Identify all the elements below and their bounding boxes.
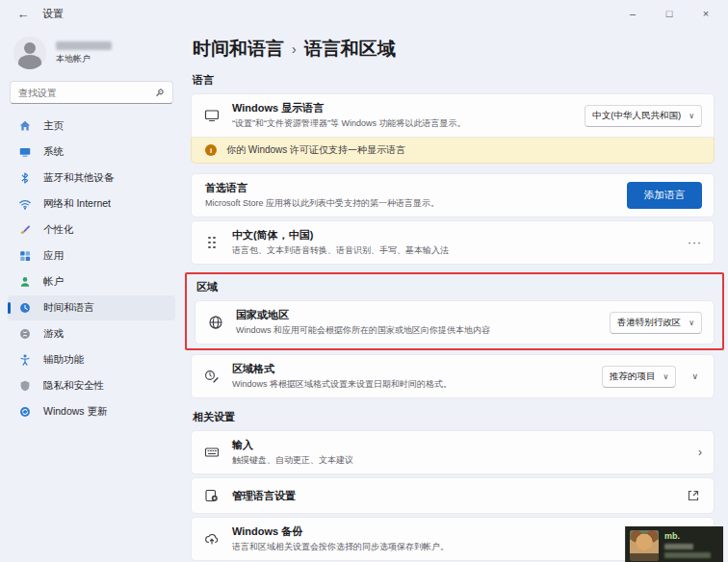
search-input[interactable] — [18, 88, 155, 98]
regional-format-subtitle: Windows 将根据区域格式设置来设置日期和时间的格式。 — [232, 378, 590, 391]
sidebar-item-label: 网络和 Internet — [43, 197, 111, 211]
regional-format-value: 推荐的项目 — [610, 370, 656, 383]
license-warning-banner: i 你的 Windows 许可证仅支持一种显示语言 — [191, 138, 715, 164]
sidebar: 本地帐户 🔍︎ 主页 系统 蓝牙和其他设备 网络和 Internet 个性化 — [0, 27, 183, 562]
sidebar-item-label: 个性化 — [43, 223, 74, 237]
minimize-button[interactable]: – — [614, 2, 651, 25]
preferred-languages-row: 首选语言 Microsoft Store 应用将以此列表中受支持的第一种语言显示… — [191, 173, 715, 217]
search-icon: 🔍︎ — [155, 88, 165, 98]
user-profile[interactable]: 本地帐户 — [8, 31, 175, 79]
chevron-right-icon: › — [698, 446, 702, 459]
display-language-value: 中文(中华人民共和国) — [592, 110, 681, 122]
sidebar-item-bluetooth[interactable]: 蓝牙和其他设备 — [8, 166, 175, 191]
language-item-title: 中文(简体，中国) — [232, 228, 676, 243]
admin-language-row[interactable]: 管理语言设置 — [191, 477, 715, 514]
windows-update-icon — [17, 405, 32, 420]
sidebar-item-label: Windows 更新 — [43, 405, 108, 419]
maximize-button[interactable]: □ — [651, 2, 688, 25]
main-content: 时间和语言 › 语言和区域 语言 Windows 显示语言 “设置”和“文件资源… — [183, 27, 728, 562]
regional-format-row: 区域格式 Windows 将根据区域格式设置来设置日期和时间的格式。 推荐的项目… — [191, 354, 715, 398]
network-icon — [17, 197, 32, 212]
windows-backup-subtitle: 语言和区域相关设置会按你选择的同步选项保存到帐户。 — [232, 541, 687, 553]
chevron-down-icon: ∨ — [689, 319, 694, 327]
regional-format-title: 区域格式 — [232, 362, 590, 376]
sidebar-item-accessibility[interactable]: 辅助功能 — [8, 347, 175, 372]
keyboard-icon — [203, 445, 221, 460]
webcam-text-redacted — [664, 544, 693, 549]
sidebar-item-label: 隐私和安全性 — [43, 379, 104, 393]
sidebar-item-time-language[interactable]: 时间和语言 — [8, 295, 175, 320]
language-item-row[interactable]: 中文(简体，中国) 语言包、文本到语音转换、语音识别、手写、基本输入法 ··· — [191, 220, 715, 265]
accounts-icon — [17, 275, 32, 290]
external-link-icon — [685, 488, 702, 503]
warning-icon: i — [205, 144, 217, 156]
display-language-subtitle: “设置”和“文件资源管理器”等 Windows 功能将以此语言显示。 — [232, 117, 573, 130]
titlebar: ← 设置 – □ × — [0, 0, 728, 27]
sidebar-item-label: 主页 — [43, 119, 64, 133]
sidebar-item-apps[interactable]: 应用 — [8, 243, 175, 268]
admin-language-icon — [203, 488, 221, 503]
expand-chevron-icon[interactable]: ∨ — [688, 371, 702, 381]
page-title: 语言和区域 — [304, 37, 396, 62]
sidebar-item-label: 时间和语言 — [43, 301, 94, 315]
user-name-redacted — [56, 41, 112, 50]
sidebar-item-label: 蓝牙和其他设备 — [43, 171, 115, 185]
license-warning-text: 你的 Windows 许可证仅支持一种显示语言 — [226, 143, 405, 157]
gaming-icon — [17, 327, 32, 342]
drag-handle-icon[interactable] — [203, 237, 221, 249]
breadcrumb-separator: › — [292, 41, 297, 57]
sidebar-item-label: 游戏 — [43, 327, 64, 341]
section-header-language: 语言 — [193, 73, 715, 88]
webcam-overlay: mb. — [625, 526, 723, 562]
bluetooth-icon — [17, 171, 32, 186]
globe-icon — [207, 315, 224, 330]
sidebar-item-windows-update[interactable]: Windows 更新 — [8, 399, 175, 424]
window-controls: – □ × — [614, 2, 724, 25]
breadcrumb-parent[interactable]: 时间和语言 — [193, 37, 284, 62]
display-language-dropdown[interactable]: 中文(中华人民共和国) ∨ — [585, 105, 702, 127]
input-settings-row[interactable]: 输入 触摸键盘、自动更正、文本建议 › — [191, 430, 715, 474]
regional-format-icon — [203, 369, 221, 384]
sidebar-item-label: 辅助功能 — [43, 353, 84, 367]
sidebar-item-label: 帐户 — [43, 275, 64, 289]
display-language-row: Windows 显示语言 “设置”和“文件资源管理器”等 Windows 功能将… — [191, 93, 715, 138]
sidebar-item-gaming[interactable]: 游戏 — [8, 321, 175, 346]
section-header-related: 相关设置 — [193, 410, 715, 424]
webcam-text-redacted — [664, 552, 711, 558]
sidebar-item-system[interactable]: 系统 — [8, 140, 175, 165]
chevron-down-icon: ∨ — [663, 372, 669, 381]
input-settings-subtitle: 触摸键盘、自动更正、文本建议 — [232, 454, 687, 467]
more-options-button[interactable]: ··· — [688, 236, 702, 249]
search-box[interactable]: 🔍︎ — [10, 81, 173, 104]
webcam-name: mb. — [664, 531, 711, 541]
admin-language-title: 管理语言设置 — [232, 489, 673, 503]
privacy-icon — [17, 379, 32, 394]
input-settings-title: 输入 — [232, 438, 687, 452]
sidebar-item-network[interactable]: 网络和 Internet — [8, 192, 175, 217]
webcam-thumbnail — [630, 530, 659, 561]
time-language-icon — [17, 301, 32, 316]
sidebar-item-accounts[interactable]: 帐户 — [8, 269, 175, 294]
language-item-subtitle: 语言包、文本到语音转换、语音识别、手写、基本输入法 — [232, 244, 676, 257]
home-icon — [17, 119, 32, 134]
display-language-title: Windows 显示语言 — [232, 101, 573, 115]
windows-backup-title: Windows 备份 — [232, 524, 687, 539]
sidebar-item-label: 应用 — [43, 249, 64, 263]
country-region-title: 国家或地区 — [236, 308, 598, 322]
country-region-dropdown[interactable]: 香港特别行政区 ∨ — [610, 312, 702, 334]
country-region-subtitle: Windows 和应用可能会根据你所在的国家或地区向你提供本地内容 — [236, 324, 598, 337]
preferred-languages-subtitle: Microsoft Store 应用将以此列表中受支持的第一种语言显示。 — [205, 197, 615, 210]
account-type-label: 本地帐户 — [56, 53, 112, 65]
back-button[interactable]: ← — [12, 4, 35, 23]
sidebar-item-personalization[interactable]: 个性化 — [8, 217, 175, 243]
country-region-value: 香港特别行政区 — [617, 317, 682, 329]
accessibility-icon — [17, 353, 32, 368]
avatar — [13, 37, 46, 69]
sidebar-item-privacy[interactable]: 隐私和安全性 — [8, 373, 175, 398]
regional-format-dropdown[interactable]: 推荐的项目 ∨ — [602, 366, 676, 388]
close-button[interactable]: × — [688, 2, 724, 25]
sidebar-item-home[interactable]: 主页 — [8, 114, 175, 139]
system-icon — [17, 145, 32, 160]
display-language-icon — [203, 108, 221, 123]
add-language-button[interactable]: 添加语言 — [627, 182, 702, 209]
